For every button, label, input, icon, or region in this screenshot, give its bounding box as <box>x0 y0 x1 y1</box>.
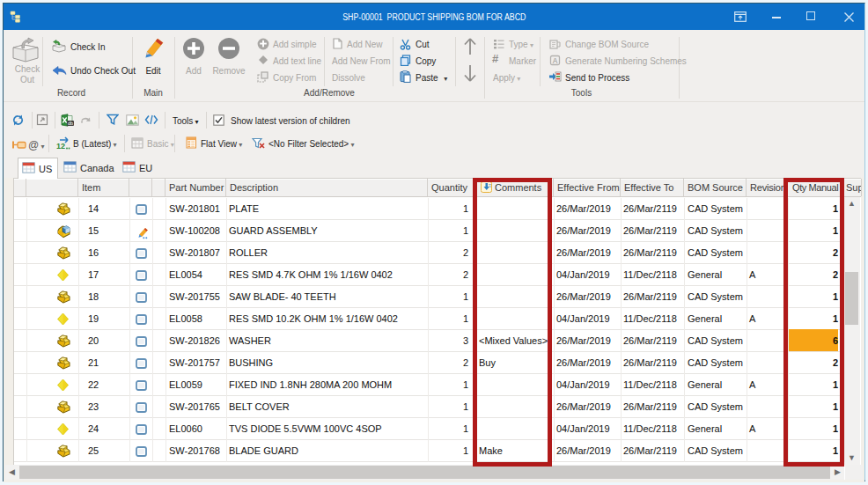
svg-text:A: A <box>552 56 557 65</box>
svg-text:db: db <box>68 121 73 126</box>
svg-text:12: 12 <box>56 142 65 151</box>
